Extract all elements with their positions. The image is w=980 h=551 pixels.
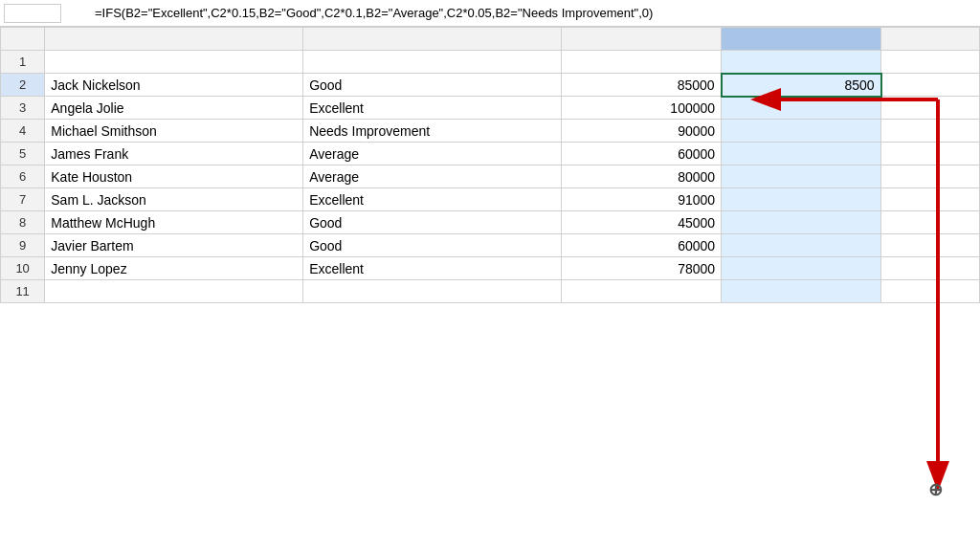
row-num-10: 10	[1, 257, 45, 280]
cell-a7[interactable]: Sam L. Jackson	[45, 188, 303, 211]
row-num-1: 1	[1, 51, 45, 74]
table-row: 7Sam L. JacksonExcellent91000	[1, 188, 980, 211]
row-num-4: 4	[1, 120, 45, 143]
cell-e8[interactable]	[881, 211, 980, 234]
cell-d7[interactable]	[722, 188, 881, 211]
spreadsheet-table: 1 2Jack NickelsonGood8500085003Angela Jo…	[0, 27, 980, 303]
cell-d9[interactable]	[722, 234, 881, 257]
table-row: 3Angela JolieExcellent100000	[1, 97, 980, 120]
row-num-5: 5	[1, 143, 45, 165]
cell-e7[interactable]	[881, 188, 980, 211]
cell-c8[interactable]: 45000	[562, 211, 722, 234]
cell-c10[interactable]: 78000	[562, 257, 722, 280]
svg-text:⊕: ⊕	[928, 480, 943, 499]
col-header-b[interactable]	[303, 28, 562, 51]
cell-a3[interactable]: Angela Jolie	[45, 97, 303, 120]
formula-bar	[0, 0, 980, 27]
table-row: 2Jack NickelsonGood850008500	[1, 74, 980, 97]
table-row: 9Javier BartemGood60000	[1, 234, 980, 257]
cell-d5[interactable]	[722, 143, 881, 165]
cell-e2[interactable]	[881, 74, 980, 97]
cell-b4[interactable]: Needs Improvement	[303, 120, 562, 143]
cell-d10[interactable]	[722, 257, 881, 280]
col-header-e[interactable]	[881, 28, 980, 51]
cell-b8[interactable]: Good	[303, 211, 562, 234]
row-num-2: 2	[1, 74, 45, 97]
cell-c5[interactable]: 60000	[562, 143, 722, 165]
table-row: 6Kate HoustonAverage80000	[1, 165, 980, 188]
cell-c1[interactable]	[562, 51, 722, 74]
cell-e9[interactable]	[881, 234, 980, 257]
cell-b5[interactable]: Average	[303, 143, 562, 165]
cell-d3[interactable]	[722, 97, 881, 120]
row-num-6: 6	[1, 165, 45, 188]
row-num-8: 8	[1, 211, 45, 234]
cell-a6[interactable]: Kate Houston	[45, 165, 303, 188]
cell-e6[interactable]	[881, 165, 980, 188]
cell-d2[interactable]: 8500	[722, 74, 881, 97]
table-row-empty: 11	[1, 280, 980, 303]
cell-c2[interactable]: 85000	[562, 74, 722, 97]
cell-d4[interactable]	[722, 120, 881, 143]
cell-11-5[interactable]	[881, 280, 980, 303]
cell-b2[interactable]: Good	[303, 74, 562, 97]
cell-e1[interactable]	[881, 51, 980, 74]
cell-d1[interactable]	[722, 51, 881, 74]
row-num-3: 3	[1, 97, 45, 120]
cell-b9[interactable]: Good	[303, 234, 562, 257]
cell-b10[interactable]: Excellent	[303, 257, 562, 280]
cell-c3[interactable]: 100000	[562, 97, 722, 120]
cell-a1[interactable]	[45, 51, 303, 74]
col-header-c[interactable]	[562, 28, 722, 51]
cell-e10[interactable]	[881, 257, 980, 280]
cell-a8[interactable]: Matthew McHugh	[45, 211, 303, 234]
cell-b3[interactable]: Excellent	[303, 97, 562, 120]
cell-a10[interactable]: Jenny Lopez	[45, 257, 303, 280]
spreadsheet-body: 1 2Jack NickelsonGood8500085003Angela Jo…	[1, 51, 980, 303]
cell-11-2[interactable]	[303, 280, 562, 303]
cell-a9[interactable]: Javier Bartem	[45, 234, 303, 257]
row-num-9: 9	[1, 234, 45, 257]
table-row: 4Michael SmithsonNeeds Improvement90000	[1, 120, 980, 143]
cell-e5[interactable]	[881, 143, 980, 165]
cell-c7[interactable]: 91000	[562, 188, 722, 211]
cell-d8[interactable]	[722, 211, 881, 234]
column-header-row	[1, 28, 980, 51]
col-header-a[interactable]	[45, 28, 303, 51]
cell-d6[interactable]	[722, 165, 881, 188]
formula-input[interactable]	[95, 6, 976, 20]
cell-a2[interactable]: Jack Nickelson	[45, 74, 303, 97]
table-row: 10Jenny LopezExcellent78000	[1, 257, 980, 280]
cell-e3[interactable]	[881, 97, 980, 120]
cell-b6[interactable]: Average	[303, 165, 562, 188]
cell-a5[interactable]: James Frank	[45, 143, 303, 165]
spreadsheet: 1 2Jack NickelsonGood8500085003Angela Jo…	[0, 27, 980, 551]
cell-e4[interactable]	[881, 120, 980, 143]
cell-c9[interactable]: 60000	[562, 234, 722, 257]
cell-c4[interactable]: 90000	[562, 120, 722, 143]
cell-a4[interactable]: Michael Smithson	[45, 120, 303, 143]
cell-11-1[interactable]	[45, 280, 303, 303]
row-num-7: 7	[1, 188, 45, 211]
cell-b7[interactable]: Excellent	[303, 188, 562, 211]
row-num-11[interactable]: 11	[1, 280, 45, 303]
cell-reference-box[interactable]	[4, 4, 61, 23]
cell-11-4[interactable]	[722, 280, 881, 303]
cell-b1[interactable]	[303, 51, 562, 74]
cell-11-3[interactable]	[562, 280, 722, 303]
table-row: 8Matthew McHughGood45000	[1, 211, 980, 234]
cell-c6[interactable]: 80000	[562, 165, 722, 188]
table-row: 5James FrankAverage60000	[1, 143, 980, 165]
header-data-row: 1	[1, 51, 980, 74]
col-header-d[interactable]	[722, 28, 881, 51]
row-num-header	[1, 28, 45, 51]
